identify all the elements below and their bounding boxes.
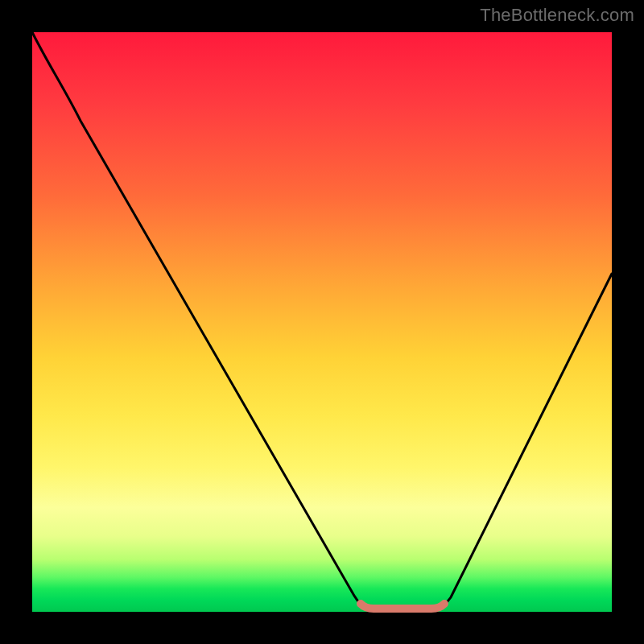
chart-svg (32, 32, 612, 612)
min-marker (361, 604, 444, 609)
chart-frame: TheBottleneck.com (0, 0, 644, 644)
bottleneck-curve (32, 32, 612, 609)
watermark-text: TheBottleneck.com (480, 5, 634, 26)
chart-plot-area (32, 32, 612, 612)
